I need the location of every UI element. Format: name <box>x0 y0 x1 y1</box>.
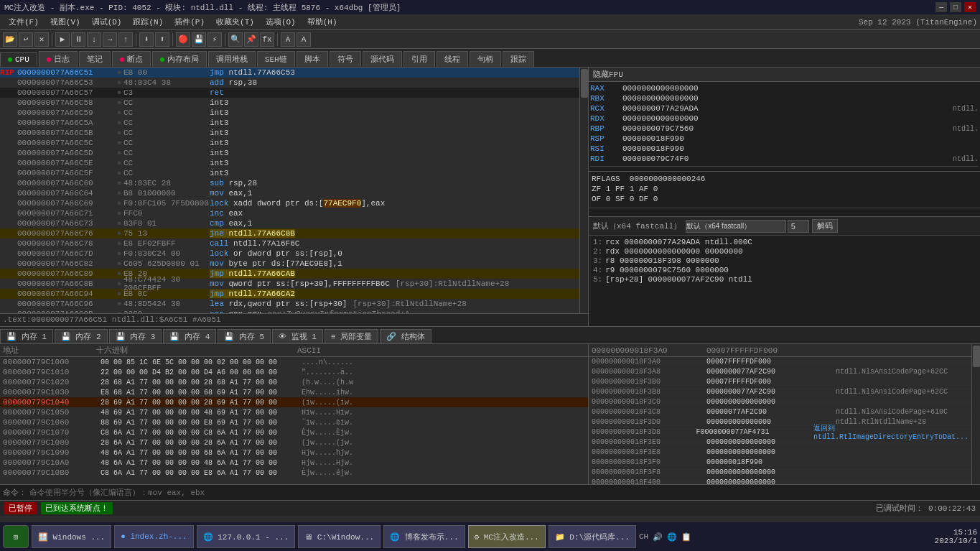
tab-callstack[interactable]: 调用堆栈 <box>208 51 256 67</box>
disasm-scrollbar[interactable] <box>579 68 588 313</box>
disasm-row[interactable]: 0000000077A66C60●48:83EC 28sub rsp,28 <box>0 178 579 188</box>
rb-row[interactable]: 000000000018F3F8 0000000000000000 <box>589 468 971 478</box>
tab-log[interactable]: 日志 <box>39 51 78 67</box>
memory-row[interactable]: 000000779C1010 22 00 00 00 D4 B2 00 00 D… <box>0 367 588 377</box>
toolbar-pause[interactable]: ⏸ <box>71 32 85 47</box>
reg-value[interactable]: 0000000079C7560 <box>622 124 950 133</box>
tab-notes[interactable]: 笔记 <box>79 51 111 67</box>
rb-row[interactable]: 000000000018F3C0 0000000000000000 <box>589 397 971 407</box>
disasm-row[interactable]: 0000000077A66C76●75 13jne ntdll.77A66C8B <box>0 228 579 239</box>
disasm-row[interactable]: 0000000077A66C73●83F8 01cmp eax,1 <box>0 218 579 228</box>
rb-row[interactable]: 000000000018F400 0000000000000000 <box>589 478 971 484</box>
reg-scrollbar[interactable] <box>589 208 980 216</box>
disasm-row[interactable]: 0000000077A66C78●E8 EF02FBFFcall ntdll.7… <box>0 239 579 249</box>
memory-row[interactable]: 000000779C1070 C8 6A A1 77 00 00 00 00 C… <box>0 427 588 437</box>
taskbar-browser[interactable]: 🌐 127.0.0.1 - ... <box>197 525 296 548</box>
toolbar-trace-into[interactable]: ⬇ <box>139 32 154 47</box>
taskbar-mc[interactable]: ⚙ MC注入改造... <box>468 525 546 548</box>
reg-value[interactable]: 0000000000000000 <box>622 114 976 123</box>
tab-trace[interactable]: 跟踪 <box>503 51 534 67</box>
memory-row[interactable]: 000000779C10B0 C8 6A A1 77 00 00 00 00 E… <box>0 468 588 478</box>
tab-symbols[interactable]: 符号 <box>330 51 361 67</box>
bottom-tab-mem4[interactable]: 💾 内存 4 <box>163 329 216 343</box>
reg-value[interactable]: 0000000000000000 <box>622 94 976 103</box>
toolbar-run[interactable]: ▶ <box>55 32 70 47</box>
bottom-tab-mem2[interactable]: 💾 内存 2 <box>55 329 108 343</box>
reg-value[interactable]: 0000000000000000 <box>622 84 976 93</box>
taskbar-windows[interactable]: 🪟 Windows ... <box>32 525 111 548</box>
toolbar-restart[interactable]: ↩ <box>19 32 33 47</box>
rb-row[interactable]: 000000000018F3C8 00000077AF2C90 ntdll.Nl… <box>589 407 971 417</box>
disasm-row[interactable]: 0000000077A66C58●CCint3 <box>0 98 579 108</box>
bottom-tab-watch1[interactable]: 👁 监视 1 <box>272 329 323 343</box>
memory-rows[interactable]: 000000779C1000 00 00 85 1C 6E 5C 00 00 0… <box>0 357 588 484</box>
disasm-row[interactable]: 0000000077A66C7D●F0:830C24 00lock or dwo… <box>0 249 579 259</box>
tab-script[interactable]: 脚本 <box>297 51 328 67</box>
disasm-row[interactable]: 0000000077A66C64●B8 01000000mov eax,1 <box>0 188 579 198</box>
rb-row[interactable]: 000000000018F3E8 0000000000000000 <box>589 448 971 458</box>
minimize-button[interactable]: — <box>935 2 947 12</box>
rb-row[interactable]: 000000000018F3A8 0000000077AF2C90 ntdll.… <box>589 367 971 377</box>
start-button[interactable]: ⊞ <box>3 525 29 548</box>
decode-button[interactable]: 解码 <box>812 219 838 233</box>
memory-row[interactable]: 000000779C1090 48 6A A1 77 00 00 00 00 6… <box>0 448 588 458</box>
toolbar-hw-breakpoint[interactable]: ⚡ <box>207 32 222 47</box>
toolbar-trace-over[interactable]: ⬆ <box>155 32 169 47</box>
toolbar-font1[interactable]: A <box>281 32 295 47</box>
menu-bookmark[interactable]: 收藏夹(T) <box>210 15 260 29</box>
clipboard-icon[interactable]: 📋 <box>681 532 691 542</box>
tab-source[interactable]: 源代码 <box>363 51 402 67</box>
tab-cpu[interactable]: CPU <box>0 52 37 67</box>
disasm-row[interactable]: 0000000077A66C5E●CCint3 <box>0 158 579 168</box>
memory-row[interactable]: 000000779C1020 28 68 A1 77 00 00 00 00 2… <box>0 377 588 387</box>
disasm-row[interactable]: 0000000077A66C69●F0:0FC105 7F5D0800lock … <box>0 198 579 208</box>
toolbar-breakpoint[interactable]: 🔴 <box>176 32 190 47</box>
menu-file[interactable]: 文件(F) <box>3 15 45 29</box>
tab-seh[interactable]: SEH链 <box>257 51 295 67</box>
toolbar-goto[interactable]: 🔍 <box>228 32 243 47</box>
tab-memory[interactable]: 内存布局 <box>152 51 207 67</box>
toolbar-calc[interactable]: fx <box>260 32 274 47</box>
toolbar-mem-breakpoint[interactable]: 💾 <box>192 32 206 47</box>
memory-row[interactable]: 000000779C1030 E8 68 A1 77 00 00 00 00 6… <box>0 387 588 397</box>
menu-options[interactable]: 选项(O) <box>260 15 302 29</box>
disasm-row[interactable]: 0000000077A66C53●48:83C4 38add rsp,38 <box>0 78 579 88</box>
network-icon[interactable]: 🌐 <box>667 532 677 542</box>
reg-value[interactable]: 000000018F990 <box>622 134 976 143</box>
memory-row[interactable]: 000000779C1000 00 00 85 1C 6E 5C 00 00 0… <box>0 357 588 367</box>
disasm-row[interactable]: 0000000077A66C71●FFC0inc eax <box>0 208 579 218</box>
disasm-row[interactable]: RIP0000000077A66C51●EB 00jmp ntdll.77A66… <box>0 68 579 78</box>
disasm-row[interactable]: 0000000077A66C8B●48:C74424 30 206CFBFFmo… <box>0 279 579 289</box>
disasm-lines[interactable]: RIP0000000077A66C51●EB 00jmp ntdll.77A66… <box>0 68 579 313</box>
rb-row[interactable]: 000000000018F3A0 00007FFFFFDF000 <box>589 357 971 367</box>
toolbar-step-over[interactable]: → <box>103 32 117 47</box>
disasm-row[interactable]: 0000000077A66C96●48:8D5424 30lea rdx,qwo… <box>0 299 579 309</box>
taskbar-blog[interactable]: 🌐 博客发布示... <box>383 525 465 548</box>
taskbar-clock[interactable]: 15:16 2023/10/1 <box>935 528 977 545</box>
toolbar-step-into[interactable]: ↓ <box>87 32 101 47</box>
toolbar-open[interactable]: 📂 <box>3 32 17 47</box>
bottom-tab-locals[interactable]: ≡ 局部变量 <box>325 329 378 343</box>
disasm-row[interactable]: 0000000077A66C5D●CCint3 <box>0 148 579 158</box>
tab-breakpoints[interactable]: 断点 <box>112 51 151 67</box>
taskbar-index[interactable]: ● index.zh-... <box>114 525 193 548</box>
reg-value[interactable]: 000000079C74F0 <box>622 154 950 163</box>
volume-icon[interactable]: 🔊 <box>653 532 663 542</box>
memory-row[interactable]: 000000779C1040 28 69 A1 77 00 00 00 00 2… <box>0 397 588 407</box>
cmd-input[interactable] <box>29 489 977 497</box>
rb-row[interactable]: 000000000018F3F0 000000018F990 <box>589 458 971 468</box>
toolbar-refs[interactable]: 📌 <box>244 32 258 47</box>
reg-value[interactable]: 000000018F990 <box>622 144 976 153</box>
rb-row[interactable]: 000000000018F3B8 0000000077AF2C90 ntdll.… <box>589 387 971 397</box>
tab-refs[interactable]: 引用 <box>403 51 435 67</box>
menu-trace[interactable]: 跟踪(N) <box>127 15 169 29</box>
memory-row[interactable]: 000000779C1050 48 69 A1 77 00 00 00 00 4… <box>0 407 588 417</box>
memory-row[interactable]: 000000779C1060 88 69 A1 77 00 00 00 00 E… <box>0 417 588 427</box>
fastcall-number[interactable] <box>788 220 809 233</box>
menu-debug[interactable]: 调试(D) <box>86 15 128 29</box>
fastcall-dropdown[interactable] <box>686 220 786 233</box>
toolbar-font2[interactable]: A <box>297 32 311 47</box>
disasm-row[interactable]: 0000000077A66C5B●CCint3 <box>0 128 579 138</box>
rb-scrollbar[interactable] <box>971 344 980 484</box>
maximize-button[interactable]: □ <box>950 2 961 12</box>
